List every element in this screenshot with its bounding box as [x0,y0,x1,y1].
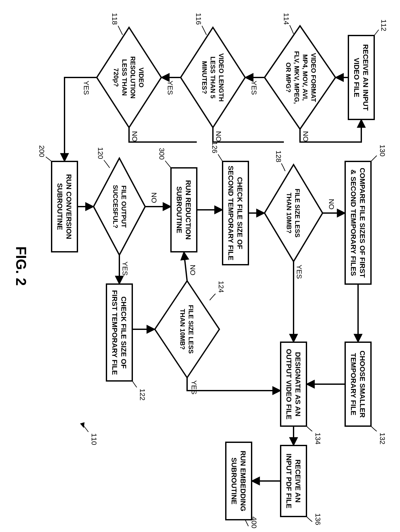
ref-118: 118 [111,13,119,25]
svg-rect-41 [345,342,371,426]
ref-128: 128 [275,150,283,162]
node-134-output-video-file: DESIGNATE AS AN OUTPUT VIDEO FILE [281,342,306,426]
svg-text:SUBROUTINE: SUBROUTINE [175,186,183,233]
label-116-no: NO [215,131,223,142]
svg-text:CHECK FILE SIZE OF: CHECK FILE SIZE OF [120,296,128,369]
svg-text:RUN CONVERSION: RUN CONVERSION [65,174,73,239]
svg-rect-35 [106,284,132,381]
svg-text:CHOOSE SMALLER: CHOOSE SMALLER [358,351,366,418]
svg-rect-47 [281,445,306,517]
svg-text:FLV, MKV, MPEG,: FLV, MKV, MPEG, [293,51,300,104]
svg-rect-17 [52,161,77,252]
svg-text:SECOND TEMPORARY FILE: SECOND TEMPORARY FILE [227,166,235,260]
svg-text:OUTPUT VIDEO FILE: OUTPUT VIDEO FILE [285,349,293,420]
ref-126: 126 [211,141,219,153]
svg-text:COMPARE FILE SIZES OF FIRST: COMPARE FILE SIZES OF FIRST [358,168,366,278]
node-124-first-size-lt-10mb: FILE SIZE LESS THAN 10MB? [155,281,219,378]
svg-text:SUCCESFUL?: SUCCESFUL? [112,185,119,228]
node-130-compare-sizes: COMPARE FILE SIZES OF FIRST & SECOND TEM… [345,161,371,284]
svg-text:OR MPG?: OR MPG? [285,62,292,92]
ref-400: 400 [250,517,258,528]
svg-text:FIRST TEMPORARY FILE: FIRST TEMPORARY FILE [111,290,119,375]
svg-rect-26 [223,161,248,265]
ref-122: 122 [138,389,146,401]
label-124-no: NO [189,265,197,275]
ref-200: 200 [38,145,46,157]
svg-text:MP4, MOV, AVI,: MP4, MOV, AVI, [302,54,309,101]
ref-112: 112 [380,19,388,31]
svg-marker-20 [94,158,145,255]
svg-rect-32 [345,161,371,284]
svg-text:RESOLUTION: RESOLUTION [129,56,136,98]
ref-120: 120 [96,147,105,159]
ref-114: 114 [282,13,290,25]
node-200-run-conversion: RUN CONVERSION SUBROUTINE [52,161,77,252]
label-124-yes: YES [190,380,198,394]
node-128-second-size-lt-10mb: FILE SIZE LESS THAN 10MB? [265,165,323,261]
svg-text:FILE OUTPUT: FILE OUTPUT [120,185,127,228]
svg-text:RECEIVE AN: RECEIVE AN [294,459,302,503]
node-300-run-reduction: RUN REDUCTION SUBROUTINE [171,168,197,252]
node-126-check-second-temp: CHECK FILE SIZE OF SECOND TEMPORARY FILE [223,161,248,265]
node-116-video-length: VIDEO LENGTH LESS THAN 5 MINUTES? [181,27,245,128]
node-114-video-format: VIDEO FORMAT MP4, MOV, AVI, FLV, MKV, MP… [265,26,335,129]
edge-118-200 [65,77,97,161]
svg-text:VIDEO FILE: VIDEO FILE [353,58,361,97]
label-128-yes: YES [295,265,303,279]
svg-text:VIDEO: VIDEO [138,67,145,87]
svg-rect-0 [348,36,374,119]
label-118-yes: YES [82,81,90,95]
label-116-yes: YES [166,81,174,95]
svg-text:DESIGNATE AS AN: DESIGNATE AS AN [294,352,302,416]
svg-text:MINUTES?: MINUTES? [201,61,208,94]
ref-130: 130 [378,145,386,157]
label-120-yes: YES [121,261,129,276]
label-128-no: NO [327,199,335,210]
svg-text:FILE SIZE LESS: FILE SIZE LESS [294,189,301,237]
svg-text:RUN EMBEDDING: RUN EMBEDDING [239,451,247,511]
node-136-receive-input-pdf: RECEIVE AN INPUT PDF FILE [281,445,306,517]
label-114-no: NO [302,131,310,142]
label-120-no: NO [150,192,158,203]
svg-text:VIDEO LENGTH: VIDEO LENGTH [218,53,225,102]
svg-text:THAN 10MB?: THAN 10MB? [285,193,293,234]
figure-label: FIG. 2 [13,246,29,286]
ref-116: 116 [195,13,203,25]
edge-124-yes-134 [187,378,281,391]
svg-text:LESS THAN 5: LESS THAN 5 [209,56,216,98]
svg-text:& SECOND TEMPORARY FILES: & SECOND TEMPORARY FILES [349,169,357,276]
svg-text:SUBROUTINE: SUBROUTINE [230,457,238,504]
edge-124-no-300 [184,252,187,281]
ref-132: 132 [378,433,386,445]
svg-rect-23 [171,168,197,252]
edge-118-no [129,128,197,142]
node-122-check-first-temp: CHECK FILE SIZE OF FIRST TEMPORARY FILE [106,284,132,381]
svg-text:RUN REDUCTION: RUN REDUCTION [184,180,192,240]
label-118-no: NO [131,131,139,142]
ref-134: 134 [314,433,322,445]
ref-300: 300 [158,148,166,160]
label-114-yes: YES [250,81,258,95]
ref-124: 124 [217,281,225,293]
svg-text:FILE SIZE LESS: FILE SIZE LESS [187,305,195,353]
edge-116-no [213,128,284,142]
svg-text:RECEIVE AN INPUT: RECEIVE AN INPUT [362,44,370,111]
ref-136: 136 [314,513,322,525]
svg-text:INPUT PDF FILE: INPUT PDF FILE [285,454,293,508]
node-118-video-resolution: VIDEO RESOLUTION LESS THAN 720p? [97,27,161,128]
node-400-run-embedding: RUN EMBEDDING SUBROUTINE [226,442,252,520]
svg-text:720p?: 720p? [113,68,120,87]
svg-text:THAN 10MB?: THAN 10MB? [179,309,186,350]
node-132-choose-smaller: CHOOSE SMALLER TEMPORARY FILE [345,342,371,426]
ref-110: 110 [90,433,98,445]
flowchart-svg: RECEIVE AN INPUT VIDEO FILE 112 VIDEO FO… [0,0,400,532]
flow-ref-arrow [80,422,85,428]
svg-text:LESS THAN: LESS THAN [121,59,128,96]
svg-text:CHECK FILE SIZE OF: CHECK FILE SIZE OF [236,177,244,249]
svg-text:SUBROUTINE: SUBROUTINE [56,183,64,230]
svg-rect-44 [281,342,306,426]
node-120-file-output-successful: FILE OUTPUT SUCCESFUL? [94,158,145,255]
svg-text:VIDEO FORMAT: VIDEO FORMAT [310,53,317,102]
svg-rect-50 [226,442,252,520]
node-112-receive-input-video: RECEIVE AN INPUT VIDEO FILE [348,36,374,119]
